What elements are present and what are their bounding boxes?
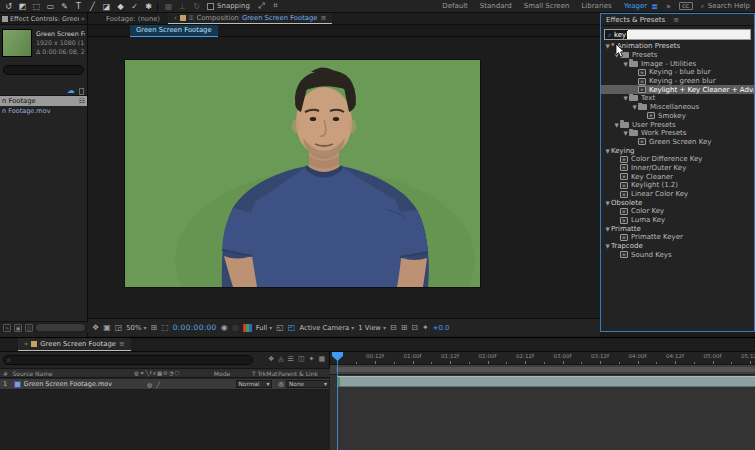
interpret-footage-icon[interactable]: ∿ [3,324,11,332]
column-number[interactable]: # [0,370,13,377]
effects-item[interactable]: ≡Primatte Keyer [601,233,754,242]
graph-editor-icon[interactable]: ▦ [318,355,325,363]
panel-menu-icon[interactable]: ≡ [119,340,125,348]
effects-item[interactable]: ≡Sound Keys [601,251,754,260]
view-layout-icon[interactable]: ◰ [288,323,296,332]
snapping-checkbox[interactable] [207,3,214,10]
region-of-interest-icon[interactable]: ◲ [115,323,123,332]
effects-category[interactable]: ▼Keying [601,146,754,155]
column-trkmat[interactable]: T TrkMat [252,370,278,377]
flowchart-icon[interactable]: ❖ [92,323,99,332]
caret-down-icon[interactable]: ▼ [622,130,629,136]
comp-mini-flowchart-icon[interactable]: ❖ [268,355,274,363]
effects-item[interactable]: ≡Color Key [601,207,754,216]
cloud-sync-icon[interactable]: ☁ [67,88,75,94]
timeline-search-input[interactable]: ⌕ [3,355,253,365]
brush-tool-icon[interactable]: ╱ [86,1,99,12]
parent-select[interactable]: None▾ [286,380,330,388]
panel-menu-icon[interactable]: ≡ [320,14,326,22]
lock-icon[interactable]: ⚿ [189,14,194,22]
workspace-default[interactable]: Default [442,2,468,10]
effects-item[interactable]: ≡Inner/Outer Key [601,164,754,173]
project-search-input[interactable] [3,65,84,75]
rotation-tool-icon[interactable]: ↺ [2,1,15,12]
layer-row[interactable]: 1 Green Screen Footage.mov ◍╱ Normal▾ ◎ … [0,379,330,390]
puppet-pin-tool-icon[interactable]: ✱ [142,1,155,12]
effects-item[interactable]: ≡Keying - green blur [601,77,754,86]
transparency-grid-icon[interactable]: ◱ [276,323,284,332]
layer-switches[interactable]: ◍╱ [147,381,236,388]
thumbnail-size-slider[interactable] [36,324,85,331]
caret-down-icon[interactable]: ▼ [604,200,611,206]
search-help[interactable]: ⌕ Search Help [701,2,750,10]
caret-down-icon[interactable]: ▼ [631,104,638,110]
composition-view[interactable] [88,37,600,318]
effects-category[interactable]: ▼Trapcode [601,242,754,251]
workspace-yeager[interactable]: Yeager [624,2,648,10]
shape-tool-icon[interactable]: ▭ [44,1,57,12]
column-parent-link[interactable]: Parent & Link [278,370,330,377]
workspace-libraries[interactable]: Libraries [581,2,611,10]
screen-mode-icon[interactable]: ▣ [103,323,111,332]
mask-visibility-icon[interactable]: ⬚ [161,323,169,332]
effects-item[interactable]: ≡Keylight (1.2) [601,181,754,190]
snapping-toggle[interactable]: Snapping [207,2,250,10]
comp-flow-icon[interactable]: ✦ [422,323,429,332]
caret-down-icon[interactable]: ▼ [604,148,611,154]
effect-controls-tab[interactable]: Effect Controls: Green Screen Fo » [0,13,87,25]
footage-name[interactable]: Green Screen Footage ▾ [36,29,85,38]
footage-viewer-tab[interactable]: Footage: (none) [88,13,168,24]
eraser-tool-icon[interactable]: ◆ [114,1,127,12]
effects-item[interactable]: ≡Green Screen Key [601,138,754,147]
zoom-about-icon[interactable]: ⤢ [255,1,268,12]
panel-menu-icon[interactable]: ≡ [673,16,679,24]
camera-select[interactable]: Active Camera▾ [299,324,354,332]
playhead-line[interactable] [337,352,338,450]
workspace-small-screen[interactable]: Small Screen [524,2,570,10]
effects-item[interactable]: ≡Smokey [601,112,754,121]
effects-item[interactable]: ▼Miscellaneous [601,103,754,112]
caret-down-icon[interactable]: ▼ [613,122,620,128]
effects-item[interactable]: ≡Linear Color Key [601,190,754,199]
effects-item[interactable]: ≡Keying - blue blur [601,68,754,77]
effects-item[interactable]: ≡Color Difference Key [601,155,754,164]
caret-down-icon[interactable]: ▼ [604,43,611,49]
effects-category[interactable]: ▼* Animation Presets [601,42,754,51]
frame-blend-icon[interactable]: ◫ [298,355,305,363]
grid-guides-icon[interactable]: ⊞ [150,323,157,332]
effects-item[interactable]: ▼Text [601,94,754,103]
caret-down-icon[interactable]: ▼ [613,52,620,58]
layer-name[interactable]: Green Screen Footage.mov [24,380,147,388]
workspace-menu-icon[interactable]: ≣ [651,2,658,11]
pixel-aspect-icon[interactable]: ⊟ [390,323,397,332]
gizmo-icon[interactable]: ⌗ [269,1,282,12]
hide-shy-icon[interactable]: ☰ [288,355,294,363]
sync-settings-icon[interactable]: CC [679,2,693,10]
work-area-bar[interactable] [330,365,755,375]
new-composition-icon[interactable]: ◫ [25,324,33,332]
column-mode[interactable]: Mode [214,370,252,377]
effects-item[interactable]: ≡Luma Key [601,216,754,225]
effects-item[interactable]: ≡Keylight + Key Cleaner + Advanced Spill… [601,85,754,94]
time-ruler[interactable]: 00:12f01:00f01:12f02:00f02:12f03:00f03:1… [330,352,755,365]
fast-preview-icon[interactable]: ⊞ [401,323,408,332]
caret-down-icon[interactable]: ▼ [604,226,611,232]
caret-down-icon[interactable]: ▼ [622,61,629,67]
effects-category[interactable]: ▼Obsolete [601,198,754,207]
effects-search-input[interactable]: ⌕ key [604,29,751,40]
project-item[interactable]: n Footage☷ [0,96,87,106]
workspace-standard[interactable]: Standard [480,2,512,10]
motion-blur-icon[interactable]: ✦ [309,355,315,363]
work-area-handle[interactable] [336,367,755,372]
timeline-comp-tab[interactable]: « Green Screen Footage ≡ [18,338,131,351]
timeline-track-area[interactable]: 00:12f01:00f01:12f02:00f02:12f03:00f03:1… [330,352,755,450]
new-folder-icon[interactable]: ▣ [14,324,22,332]
pickwhip-icon[interactable]: ◎ [278,380,284,388]
pan-behind-tool-icon[interactable]: ⬚ [30,1,43,12]
effects-panel-header[interactable]: Effects & Presets ≡ [601,14,754,26]
caret-down-icon[interactable]: ▼ [604,243,611,249]
caret-down-icon[interactable]: ▼ [622,95,629,101]
chevron-left-icon[interactable]: ‹ [174,14,177,22]
roto-brush-tool-icon[interactable]: ✓ [128,1,141,12]
type-tool-icon[interactable]: T [72,1,85,12]
